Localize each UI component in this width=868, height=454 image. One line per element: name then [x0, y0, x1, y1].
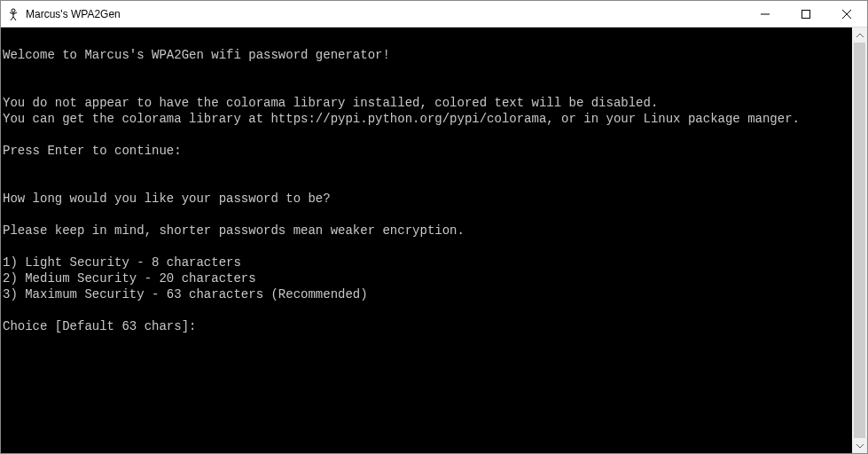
scrollbar-thumb[interactable]: [854, 43, 865, 438]
scroll-up-arrow-icon[interactable]: [852, 27, 867, 43]
close-button[interactable]: [826, 1, 867, 27]
console-line: You can get the colorama library at http…: [3, 111, 852, 127]
scroll-down-arrow-icon[interactable]: [852, 438, 867, 453]
content-area: Welcome to Marcus's WPA2Gen wifi passwor…: [1, 27, 867, 453]
console-line: 3) Maximum Security - 63 characters (Rec…: [3, 286, 852, 302]
console-line: [3, 127, 852, 143]
console-line: You do not appear to have the colorama l…: [3, 95, 852, 111]
console-line: [3, 63, 852, 79]
minimize-button[interactable]: [745, 1, 786, 27]
console-line: 2) Medium Security - 20 characters: [3, 270, 852, 286]
console-line: [3, 175, 852, 191]
console-line: How long would you like your password to…: [3, 191, 852, 207]
console-line: [3, 302, 852, 318]
svg-line-5: [13, 17, 16, 20]
console-line: [3, 31, 852, 47]
console-line: [3, 159, 852, 175]
console-line: 1) Light Security - 8 characters: [3, 254, 852, 270]
window-controls: [745, 1, 867, 27]
console-line: Press Enter to continue:: [3, 143, 852, 159]
maximize-button[interactable]: [786, 1, 826, 27]
console-line: [3, 207, 852, 223]
console-line: Welcome to Marcus's WPA2Gen wifi passwor…: [3, 47, 852, 63]
scrollbar-track[interactable]: [852, 43, 867, 438]
svg-rect-7: [802, 10, 810, 18]
console-line: [3, 239, 852, 254]
console-line: [3, 79, 852, 95]
console-output[interactable]: Welcome to Marcus's WPA2Gen wifi passwor…: [1, 27, 852, 453]
console-line: Choice [Default 63 chars]:: [3, 318, 852, 334]
svg-point-0: [12, 9, 15, 12]
app-icon: [6, 7, 20, 21]
vertical-scrollbar[interactable]: [852, 27, 867, 453]
svg-line-4: [11, 17, 13, 20]
app-window: Marcus's WPA2Gen Welcome to Marcus's WPA…: [0, 0, 868, 454]
titlebar[interactable]: Marcus's WPA2Gen: [1, 1, 867, 27]
window-title: Marcus's WPA2Gen: [26, 8, 121, 20]
console-line: Please keep in mind, shorter passwords m…: [3, 223, 852, 239]
